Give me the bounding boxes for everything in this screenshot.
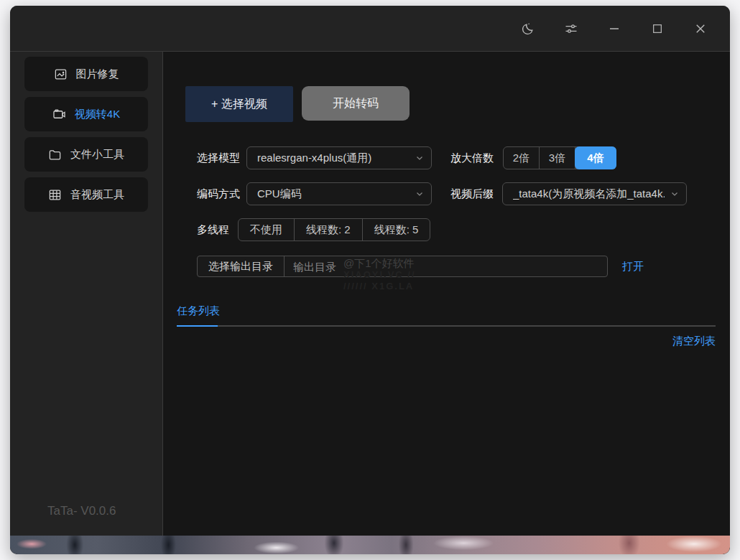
sidebar-item-video-4k[interactable]: 视频转4K <box>24 97 148 131</box>
minimize-icon[interactable] <box>598 16 631 42</box>
sidebar-item-av-tools[interactable]: 音视频工具 <box>24 177 148 212</box>
encoding-value: CPU编码 <box>257 187 410 201</box>
scale-option-2x[interactable]: 2倍 <box>504 147 540 169</box>
video-camera-icon <box>52 108 66 121</box>
start-transcode-button[interactable]: 开始转码 <box>302 86 410 121</box>
sidebar-item-file-tools[interactable]: 文件小工具 <box>24 137 148 172</box>
tab-active-underline <box>177 325 218 327</box>
model-value: realesrgan-x4plus(通用) <box>257 151 410 165</box>
watermark-line3: ////// X1G.LA <box>343 281 416 292</box>
scale-label: 放大倍数 <box>450 151 494 165</box>
app-version: TaTa- V0.0.6 <box>47 504 116 518</box>
sidebar: 图片修复 视频转4K 文件小工具 <box>10 52 163 536</box>
model-dropdown[interactable]: realesrgan-x4plus(通用) <box>246 146 432 169</box>
clear-list-link[interactable]: 清空列表 <box>672 335 716 348</box>
tab-divider <box>177 325 716 327</box>
maximize-icon[interactable] <box>641 16 674 42</box>
image-icon <box>54 67 68 81</box>
suffix-value: _tata4k(为原视频名添加_tata4k... <box>513 187 665 201</box>
chevron-down-icon <box>415 154 424 162</box>
suffix-label: 视频后缀 <box>450 187 494 201</box>
scale-button-group: 2倍 3倍 4倍 <box>503 146 616 169</box>
threads-label: 多线程 <box>197 223 229 237</box>
output-directory-box: 选择输出目录 <box>197 256 608 277</box>
scale-option-3x[interactable]: 3倍 <box>540 147 575 169</box>
threads-button-group: 不使用 线程数: 2 线程数: 5 <box>238 218 430 241</box>
threads-option-5[interactable]: 线程数: 5 <box>363 219 430 241</box>
choose-output-dir-button[interactable]: 选择输出目录 <box>198 256 285 276</box>
select-video-button[interactable]: + 选择视频 <box>185 86 293 122</box>
sidebar-item-label: 视频转4K <box>75 108 120 121</box>
suffix-dropdown[interactable]: _tata4k(为原视频名添加_tata4k... <box>502 182 687 205</box>
sidebar-item-label: 音视频工具 <box>70 188 124 202</box>
sidebar-item-image-repair[interactable]: 图片修复 <box>24 57 148 91</box>
encoding-dropdown[interactable]: CPU编码 <box>246 182 432 205</box>
threads-option-2[interactable]: 线程数: 2 <box>295 219 363 241</box>
bottom-wallpaper-strip <box>10 536 730 554</box>
encoding-label: 编码方式 <box>197 187 240 201</box>
main-panel: + 选择视频 开始转码 选择模型 realesrgan-x4plus(通用) 放… <box>163 52 730 536</box>
output-dir-input[interactable] <box>285 261 607 273</box>
sidebar-item-label: 文件小工具 <box>70 148 124 162</box>
model-label: 选择模型 <box>197 151 240 165</box>
chevron-down-icon <box>415 190 424 198</box>
task-tabs: 任务列表 <box>177 304 716 327</box>
titlebar <box>10 6 730 52</box>
app-window: 图片修复 视频转4K 文件小工具 <box>10 6 730 554</box>
close-icon[interactable] <box>684 16 717 42</box>
film-grid-icon <box>48 188 62 202</box>
settings-sliders-icon[interactable] <box>555 16 588 42</box>
threads-option-none[interactable]: 不使用 <box>239 219 295 241</box>
theme-moon-icon[interactable] <box>512 16 545 42</box>
folder-icon <box>48 148 62 162</box>
open-dir-link[interactable]: 打开 <box>622 260 644 274</box>
chevron-down-icon <box>670 190 679 198</box>
sidebar-item-label: 图片修复 <box>76 67 119 81</box>
scale-option-4x[interactable]: 4倍 <box>575 146 616 169</box>
tab-task-list[interactable]: 任务列表 <box>177 304 220 325</box>
